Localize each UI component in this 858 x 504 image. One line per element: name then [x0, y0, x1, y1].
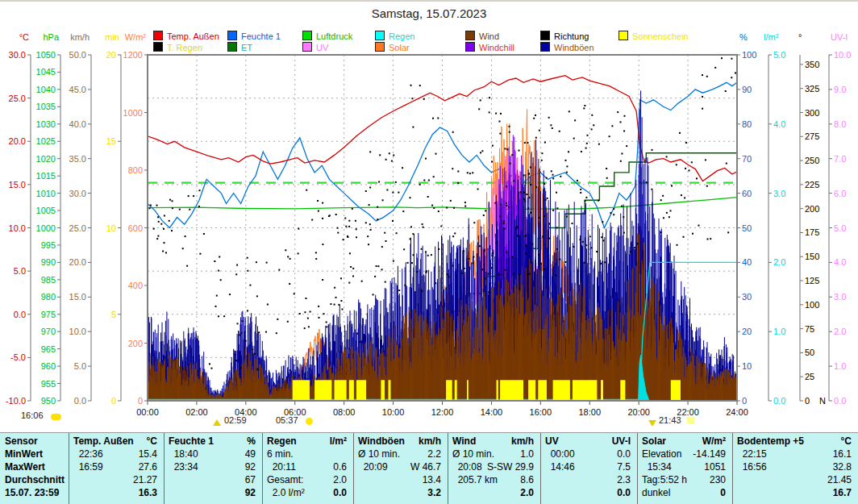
table-cell: 2.3	[545, 474, 631, 485]
svg-text:5.0: 5.0	[834, 223, 846, 233]
sunrise-time: 05:37	[276, 415, 298, 425]
table-cell: UV-I	[545, 435, 631, 447]
svg-text:400: 400	[128, 281, 143, 290]
weather-day-chart-page: Samstag, 15.07.2023 Temp. AußenT. RegenF…	[0, 0, 858, 504]
sunrise-annotation: 05:37	[276, 415, 298, 425]
table-cell: 21.27	[73, 474, 157, 485]
svg-text:N: N	[819, 396, 826, 406]
svg-text:15: 15	[106, 136, 116, 146]
table-cell: 8.6	[452, 474, 534, 485]
dawn-time: 02:59	[224, 415, 247, 425]
moon-icon	[51, 414, 61, 420]
svg-text:0: 0	[805, 396, 810, 406]
svg-text:5.0: 5.0	[74, 361, 86, 371]
svg-text:1050: 1050	[36, 50, 56, 60]
svg-text:0.0: 0.0	[14, 310, 26, 319]
svg-text:1035: 1035	[36, 102, 56, 111]
table-cell: %	[169, 435, 256, 447]
svg-text:100: 100	[742, 50, 756, 60]
svg-text:1000: 1000	[36, 223, 56, 233]
svg-text:1015: 1015	[36, 171, 56, 181]
table-cell: km/h	[358, 435, 441, 447]
table-cell: 0.6	[267, 461, 347, 473]
svg-text:UV-I: UV-I	[831, 32, 848, 42]
table-cell: MinWert	[5, 448, 43, 460]
svg-text:600: 600	[128, 223, 143, 233]
table-separator	[69, 433, 69, 504]
svg-text:225: 225	[805, 180, 819, 190]
svg-text:-5.0: -5.0	[10, 352, 26, 362]
svg-text:°C: °C	[19, 32, 29, 42]
svg-text:02:00: 02:00	[185, 407, 208, 417]
svg-text:4.0: 4.0	[834, 257, 846, 267]
svg-text:995: 995	[41, 240, 56, 250]
table-cell: 15.4	[73, 448, 157, 460]
svg-text:275: 275	[805, 131, 819, 141]
svg-text:min: min	[105, 32, 119, 42]
table-cell: 6 min.	[267, 448, 294, 460]
svg-text:60: 60	[742, 189, 752, 198]
svg-text:9.0: 9.0	[834, 85, 846, 94]
table-cell: 1051	[642, 461, 726, 473]
svg-text:0.0: 0.0	[74, 396, 86, 406]
svg-text:70: 70	[742, 154, 752, 164]
svg-text:0: 0	[138, 396, 143, 406]
svg-text:-10.0: -10.0	[6, 396, 26, 406]
table-cell: MaxWert	[5, 461, 45, 473]
table-cell: 0.0	[545, 448, 631, 460]
svg-text:250: 250	[805, 156, 819, 165]
svg-text:125: 125	[805, 276, 819, 285]
svg-text:800: 800	[128, 165, 143, 175]
svg-text:2.0: 2.0	[773, 257, 785, 267]
svg-text:l/m²: l/m²	[764, 32, 779, 42]
svg-text:985: 985	[41, 275, 56, 285]
moonrise-time: 16:06	[21, 410, 44, 420]
table-cell: Durchschnitt	[5, 474, 65, 485]
svg-text:1005: 1005	[36, 206, 56, 215]
svg-text:8.0: 8.0	[834, 119, 846, 129]
table-separator	[164, 433, 165, 504]
table-cell: °C	[737, 435, 852, 447]
svg-text:75: 75	[805, 324, 814, 334]
svg-text:970: 970	[41, 327, 56, 336]
svg-text:4.0: 4.0	[773, 119, 785, 129]
svg-text:°: °	[798, 32, 802, 42]
table-cell: 27.6	[73, 461, 157, 473]
svg-text:14:00: 14:00	[481, 407, 503, 417]
svg-text:1.0: 1.0	[773, 327, 785, 336]
table-cell: W/m²	[642, 435, 726, 447]
table-cell: 0.0	[545, 487, 631, 498]
svg-text:20.0: 20.0	[69, 257, 86, 267]
svg-text:18:00: 18:00	[578, 407, 601, 417]
dawn-icon	[213, 419, 221, 426]
table-separator	[540, 433, 541, 504]
table-cell: 15.07. 23:59	[5, 487, 59, 498]
table-cell: 2.0	[267, 474, 347, 485]
svg-text:12:00: 12:00	[431, 407, 454, 417]
svg-text:5.0: 5.0	[14, 266, 26, 276]
table-cell: 0	[642, 487, 726, 498]
table-cell: 16.1	[737, 448, 852, 460]
sunset-sun-icon	[687, 417, 694, 424]
table-cell: 7.5	[545, 461, 631, 473]
svg-text:km/h: km/h	[70, 32, 90, 42]
table-cell: 49	[169, 448, 256, 460]
svg-text:955: 955	[41, 379, 56, 389]
table-cell: 0.0	[267, 487, 347, 498]
table-separator	[448, 433, 448, 504]
svg-text:1045: 1045	[36, 67, 56, 77]
svg-text:1010: 1010	[36, 189, 56, 198]
svg-text:50.0: 50.0	[69, 50, 86, 60]
svg-text:25.0: 25.0	[9, 94, 26, 103]
table-cell: 92	[169, 487, 256, 498]
svg-text:30.0: 30.0	[69, 189, 86, 198]
table-cell: 230	[642, 474, 726, 485]
svg-text:1030: 1030	[36, 119, 56, 129]
table-separator	[637, 433, 638, 504]
table-cell: 1.0	[452, 448, 534, 460]
svg-text:50: 50	[742, 223, 752, 233]
stats-table: SensorMinWertMaxWertDurchschnitt15.07. 2…	[0, 432, 858, 504]
svg-text:1.0: 1.0	[834, 361, 846, 371]
svg-text:300: 300	[805, 108, 819, 118]
svg-text:6.0: 6.0	[834, 189, 846, 198]
